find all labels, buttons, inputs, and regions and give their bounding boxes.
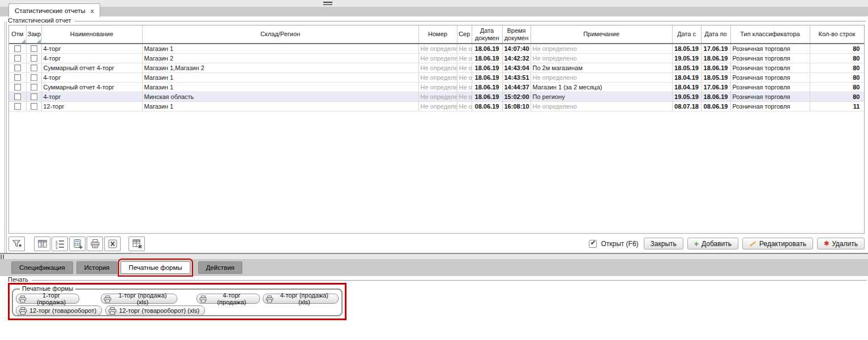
tab-history[interactable]: История	[76, 261, 118, 274]
cell-doc-time: 16:08:10	[502, 101, 531, 111]
cell-date-from: 18.05.19	[672, 63, 701, 72]
cell-number: Не определен	[418, 72, 457, 82]
cell-classifier: Розничная торговля	[730, 82, 810, 92]
print-list-button[interactable]	[87, 236, 103, 251]
cell-date-to: 08.06.19	[701, 101, 730, 111]
print-1torg-xls-button[interactable]: 1-торг (продажа) (xls)	[101, 294, 177, 304]
header-mark[interactable]: Отм	[9, 25, 26, 44]
mark-checkbox[interactable]	[14, 45, 21, 52]
close-button[interactable]: Закрыть	[644, 238, 683, 249]
cell-doc-date: 18.06.19	[472, 63, 502, 72]
tab-print-forms[interactable]: Печатные формы	[121, 261, 190, 274]
edit-button[interactable]: Редактировать	[742, 238, 813, 249]
table-header-row: Отм Закр Наименование Склад/Регион Номер…	[9, 25, 864, 44]
table-row[interactable]: 4-торг Магазин 2 Не определен Не о 18.06…	[9, 53, 864, 63]
cell-warehouse: Магазин 1	[142, 72, 418, 82]
cell-series: Не о	[457, 63, 472, 72]
table-row[interactable]: Суммарный отчет 4-торг Магазин 1,Магазин…	[9, 63, 864, 72]
header-closed[interactable]: Закр	[26, 25, 41, 44]
calculator-add-icon	[72, 238, 83, 249]
header-number[interactable]: Номер	[418, 25, 457, 44]
columns-button[interactable]	[34, 236, 50, 251]
mark-checkbox[interactable]	[14, 55, 21, 62]
print-4torg-button[interactable]: 4-торг (продажа)	[196, 294, 260, 304]
cell-name: 4-торг	[41, 53, 142, 63]
cell-date-to: 18.06.19	[701, 92, 730, 101]
print-4torg-xls-button[interactable]: 4-торг (продажа) (xls)	[263, 294, 339, 304]
mark-checkbox[interactable]	[14, 74, 21, 81]
groupbox-line	[32, 280, 867, 281]
cell-classifier: Розничная торговля	[730, 72, 810, 82]
top-splitter-strip	[0, 0, 868, 7]
closed-checkbox[interactable]	[31, 64, 37, 71]
mark-checkbox[interactable]	[14, 93, 21, 100]
application-window: { "window": { "tab_title": "Статистическ…	[0, 0, 868, 340]
cell-name: 4-торг	[41, 44, 142, 53]
print-12torg-xls-button[interactable]: 12-торг (товарооборот) (xls)	[105, 305, 205, 316]
closed-checkbox[interactable]	[31, 45, 37, 52]
header-note[interactable]: Примечание	[531, 25, 672, 44]
cell-doc-time: 14:07:40	[502, 44, 531, 53]
cell-date-from: 18.05.19	[672, 44, 701, 53]
mark-checkbox[interactable]	[14, 103, 21, 110]
cell-series: Не о	[457, 72, 472, 82]
plus-icon: +	[694, 241, 699, 247]
cell-doc-time: 14:43:04	[502, 63, 531, 72]
tab-statistical-reports[interactable]: Статистические отчеты x	[8, 3, 100, 17]
header-date-to[interactable]: Дата по	[701, 25, 730, 44]
printer-icon	[266, 295, 273, 303]
header-doc-time[interactable]: Время докумен	[502, 25, 531, 44]
numbering-button[interactable]: 1 2 3	[52, 236, 68, 251]
mark-checkbox[interactable]	[14, 84, 21, 91]
splitter-grip-icon[interactable]	[1, 255, 4, 259]
table-row-selected[interactable]: 4-торг Минская область Не определен Не о…	[9, 92, 864, 101]
table-row[interactable]: Суммарный отчет 4-торг Магазин 1 Не опре…	[9, 82, 864, 92]
main-tab-bar	[0, 7, 868, 16]
closed-checkbox[interactable]	[31, 74, 37, 81]
tab-actions[interactable]: Действия	[198, 261, 242, 274]
header-doc-date[interactable]: Дата докумен	[472, 25, 502, 44]
add-button[interactable]: + Добавить	[687, 238, 738, 249]
printer-icon	[108, 307, 117, 315]
print-12torg-button[interactable]: 12-торг (товарооборот)	[16, 305, 102, 316]
closed-checkbox[interactable]	[31, 55, 37, 62]
cell-doc-date: 18.06.19	[472, 53, 502, 63]
groupbox-left-border	[5, 21, 7, 253]
tab-close-icon[interactable]: x	[91, 7, 94, 14]
printer-icon	[199, 295, 207, 303]
tab-title: Статистические отчеты	[15, 7, 85, 14]
closed-checkbox[interactable]	[31, 84, 37, 91]
closed-checkbox[interactable]	[31, 103, 37, 110]
table-remove-button[interactable]	[129, 236, 145, 251]
header-name[interactable]: Наименование	[41, 25, 142, 44]
header-rows-count[interactable]: Кол-во строк	[810, 25, 864, 44]
splitter-grip-icon[interactable]	[323, 2, 332, 5]
cell-date-from: 08.07.18	[672, 101, 701, 111]
calculator-add-button[interactable]	[69, 236, 85, 251]
print-buttons-row: 12-торг (товарооборот) 12-торг (товарооб…	[16, 305, 339, 316]
header-classifier[interactable]: Тип классификатора	[730, 25, 810, 44]
mark-checkbox[interactable]	[14, 64, 21, 71]
tab-specification[interactable]: Спецификация	[11, 261, 73, 274]
table-row[interactable]: 4-торг Магазин 1 Не определен Не о 18.06…	[9, 44, 864, 53]
filter-button[interactable]	[8, 236, 25, 251]
bottom-tab-bar: Спецификация История Печатные формы Дейс…	[0, 259, 868, 276]
table-row[interactable]: 4-торг Магазин 1 Не определен Не о 18.06…	[9, 72, 864, 82]
annotation-highlight-box: Печатные формы 1-торг (продажа) 1-торг (…	[8, 283, 347, 320]
header-series[interactable]: Сер	[457, 25, 472, 44]
header-warehouse[interactable]: Склад/Регион	[142, 25, 418, 44]
export-excel-button[interactable]	[104, 236, 121, 251]
closed-checkbox[interactable]	[31, 93, 37, 100]
cell-doc-time: 14:43:51	[502, 72, 531, 82]
cell-count: 80	[810, 44, 864, 53]
delete-button[interactable]: ✱ Удалить	[817, 238, 865, 249]
cell-date-to: 17.06.19	[701, 82, 730, 92]
printer-icon	[19, 295, 27, 303]
delete-asterisk-icon: ✱	[824, 240, 829, 247]
print-1torg-button[interactable]: 1-торг (продажа)	[16, 294, 79, 304]
table-row[interactable]: 12-торг Магазин 1 Не определен Не о 08.0…	[9, 101, 864, 111]
cell-warehouse: Магазин 1,Магазин 2	[142, 63, 418, 72]
cell-doc-date: 18.06.19	[472, 92, 502, 101]
header-date-from[interactable]: Дата с	[672, 25, 701, 44]
open-checkbox[interactable]: ✔	[589, 240, 597, 248]
